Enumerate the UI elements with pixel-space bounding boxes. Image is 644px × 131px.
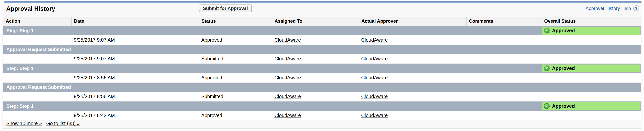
assigned-to-link[interactable]: CloudAware [274, 37, 301, 42]
table-row: 9/25/2017 9:07 AMApprovedCloudAwareCloud… [3, 36, 641, 45]
date-cell: 9/25/2017 9:07 AM [72, 36, 199, 45]
column-header-date: Date [72, 17, 199, 26]
page-title: Approval History [6, 5, 55, 12]
overall-cell [542, 92, 641, 101]
date-cell: 9/25/2017 9:07 AM [72, 54, 199, 64]
overall-cell [542, 36, 641, 45]
help-question-icon[interactable]: ? [633, 5, 639, 11]
actual-approver-cell: CloudAware [359, 92, 466, 101]
actual-approver-link[interactable]: CloudAware [361, 94, 388, 99]
table-row: 9/25/2017 9:07 AMSubmittedCloudAwareClou… [3, 54, 641, 64]
assigned-to-link[interactable]: CloudAware [274, 56, 301, 62]
action-cell [3, 111, 72, 120]
section-band-row: Step: Step 1✓Approved [3, 101, 641, 111]
date-cell: 9/25/2017 8:56 AM [72, 73, 199, 82]
comments-cell [466, 54, 542, 64]
comments-cell [466, 36, 542, 45]
related-list-header: Approval History Submit for Approval App… [2, 3, 642, 17]
actual-approver-cell: CloudAware [359, 36, 466, 45]
overall-status-cell: ✓Approved [542, 64, 641, 73]
help-area: Approval History Help ? [586, 5, 639, 11]
column-header-overall-status: Overall Status [542, 17, 641, 26]
actual-approver-link[interactable]: CloudAware [361, 75, 388, 80]
status-cell: Approved [199, 36, 272, 45]
band-label: Approval Request Submitted [3, 45, 641, 54]
section-band-row: Step: Step 1✓Approved [3, 26, 641, 36]
table-row: 9/25/2017 8:56 AMSubmittedCloudAwareClou… [3, 92, 641, 101]
status-cell: Submitted [199, 54, 272, 64]
band-label: Approval Request Submitted [3, 82, 641, 92]
assigned-to-link[interactable]: CloudAware [274, 94, 301, 99]
overall-cell [542, 73, 641, 82]
list-footer: Show 10 more »|Go to list (38) » [6, 121, 80, 126]
assigned-to-cell: CloudAware [272, 36, 359, 45]
section-band-row: Approval Request Submitted [3, 82, 641, 92]
overall-status-label: Approved [552, 66, 575, 71]
overall-cell [542, 54, 641, 64]
overall-status-label: Approved [552, 103, 575, 109]
overall-status-cell: ✓Approved [542, 101, 641, 111]
table-row: 9/25/2017 8:42 AMApprovedCloudAwareCloud… [3, 111, 641, 120]
assigned-to-cell: CloudAware [272, 92, 359, 101]
actual-approver-cell: CloudAware [359, 73, 466, 82]
comments-cell [466, 111, 542, 120]
actual-approver-link[interactable]: CloudAware [361, 112, 388, 118]
assigned-to-cell: CloudAware [272, 111, 359, 120]
date-cell: 9/25/2017 8:56 AM [72, 92, 199, 101]
column-header-action: Action [3, 17, 72, 26]
action-cell [3, 92, 72, 101]
action-cell [3, 36, 72, 45]
band-label: Step: Step 1 [3, 64, 542, 73]
approved-check-icon: ✓ [544, 103, 550, 109]
assigned-to-cell: CloudAware [272, 54, 359, 64]
status-cell: Approved [199, 73, 272, 82]
band-label: Step: Step 1 [3, 26, 542, 36]
date-cell: 9/25/2017 8:42 AM [72, 111, 199, 120]
comments-cell [466, 92, 542, 101]
assigned-to-cell: CloudAware [272, 73, 359, 82]
actual-approver-cell: CloudAware [359, 54, 466, 64]
table-header-row: Action Date Status Assigned To Actual Ap… [3, 17, 641, 26]
action-cell [3, 54, 72, 64]
actual-approver-link[interactable]: CloudAware [361, 37, 388, 42]
column-header-actual-approver: Actual Approver [359, 17, 466, 26]
submit-for-approval-button[interactable]: Submit for Approval [199, 4, 252, 12]
status-cell: Submitted [199, 92, 272, 101]
show-more-link[interactable]: Show 10 more » [6, 121, 42, 126]
column-header-status: Status [199, 17, 272, 26]
approval-history-table: Action Date Status Assigned To Actual Ap… [3, 16, 641, 120]
actual-approver-link[interactable]: CloudAware [361, 56, 388, 62]
footer-separator: | [44, 121, 45, 126]
status-cell: Approved [199, 111, 272, 120]
approved-check-icon: ✓ [544, 66, 550, 71]
approved-check-icon: ✓ [544, 28, 550, 34]
column-header-assigned-to: Assigned To [272, 17, 359, 26]
go-to-list-link[interactable]: Go to list (38) » [46, 121, 80, 126]
section-band-row: Step: Step 1✓Approved [3, 64, 641, 73]
approval-history-panel: Approval History Submit for Approval App… [2, 2, 642, 129]
band-label: Step: Step 1 [3, 101, 542, 111]
section-band-row: Approval Request Submitted [3, 45, 641, 54]
assigned-to-link[interactable]: CloudAware [274, 75, 301, 80]
overall-status-badge: ✓Approved [542, 102, 641, 110]
overall-cell [542, 111, 641, 120]
actual-approver-cell: CloudAware [359, 111, 466, 120]
overall-status-badge: ✓Approved [542, 64, 641, 72]
comments-cell [466, 73, 542, 82]
overall-status-badge: ✓Approved [542, 27, 641, 34]
table-row: 9/25/2017 8:56 AMApprovedCloudAwareCloud… [3, 73, 641, 82]
overall-status-cell: ✓Approved [542, 26, 641, 36]
column-header-comments: Comments [466, 17, 542, 26]
action-cell [3, 73, 72, 82]
assigned-to-link[interactable]: CloudAware [274, 112, 301, 118]
overall-status-label: Approved [552, 28, 575, 34]
approval-history-help-link[interactable]: Approval History Help [586, 6, 631, 11]
